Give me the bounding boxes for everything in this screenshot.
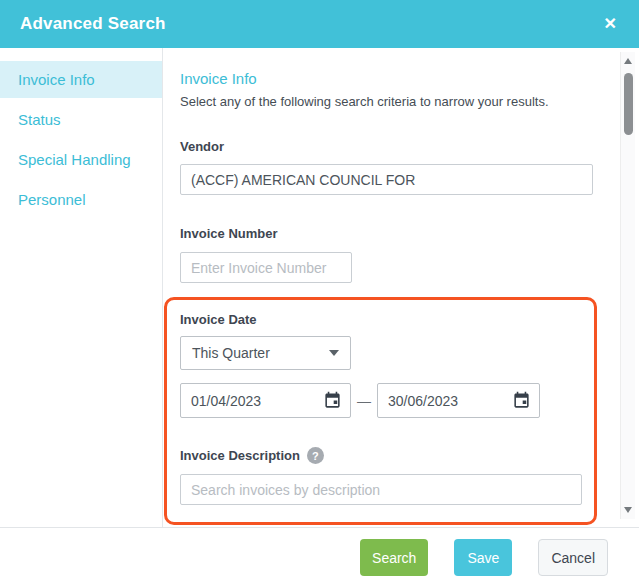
- invoice-number-label: Invoice Number: [180, 226, 593, 241]
- sidebar-item-personnel[interactable]: Personnel: [0, 181, 162, 218]
- sidebar: Invoice Info Status Special Handling Per…: [0, 48, 163, 527]
- save-button[interactable]: Save: [454, 539, 512, 576]
- cancel-button[interactable]: Cancel: [538, 539, 608, 576]
- calendar-icon[interactable]: [512, 391, 531, 410]
- date-range-row: —: [180, 383, 582, 418]
- invoice-date-label: Invoice Date: [180, 312, 582, 327]
- chevron-down-icon: [329, 350, 339, 356]
- sidebar-item-status[interactable]: Status: [0, 101, 162, 138]
- section-title: Invoice Info: [180, 70, 593, 87]
- modal-body: Invoice Info Status Special Handling Per…: [0, 48, 639, 528]
- invoice-date-highlight: Invoice Date This Quarter —: [164, 297, 597, 525]
- vendor-input[interactable]: [180, 164, 593, 195]
- modal-title: Advanced Search: [20, 14, 166, 34]
- invoice-number-input[interactable]: [180, 252, 352, 283]
- close-icon[interactable]: ✕: [602, 14, 619, 34]
- vendor-label: Vendor: [180, 139, 593, 154]
- invoice-description-label: Invoice Description: [180, 448, 300, 463]
- start-date-input[interactable]: [191, 393, 323, 409]
- scroll-down-icon[interactable]: [624, 507, 632, 513]
- modal-footer: Search Save Cancel: [0, 528, 639, 587]
- start-date-field: [180, 383, 351, 418]
- advanced-search-modal: Advanced Search ✕ Invoice Info Status Sp…: [0, 0, 639, 587]
- scroll-up-icon[interactable]: [624, 58, 632, 64]
- date-preset-value: This Quarter: [192, 345, 270, 361]
- sidebar-item-special-handling[interactable]: Special Handling: [0, 141, 162, 178]
- help-icon[interactable]: ?: [307, 447, 324, 464]
- date-preset-dropdown[interactable]: This Quarter: [180, 336, 351, 370]
- calendar-icon[interactable]: [323, 391, 342, 410]
- scrollbar-thumb[interactable]: [624, 73, 633, 135]
- invoice-description-label-row: Invoice Description ?: [180, 447, 582, 464]
- invoice-description-input[interactable]: [180, 474, 582, 505]
- sidebar-item-invoice-info[interactable]: Invoice Info: [0, 61, 162, 98]
- modal-header: Advanced Search ✕: [0, 0, 639, 48]
- scrollbar-track[interactable]: [620, 52, 635, 519]
- date-range-separator: —: [351, 393, 377, 409]
- invoice-info-panel: Invoice Info Select any of the following…: [163, 48, 639, 527]
- section-subtitle: Select any of the following search crite…: [180, 94, 593, 109]
- end-date-input[interactable]: [388, 393, 512, 409]
- search-button[interactable]: Search: [360, 539, 428, 576]
- end-date-field: [377, 383, 540, 418]
